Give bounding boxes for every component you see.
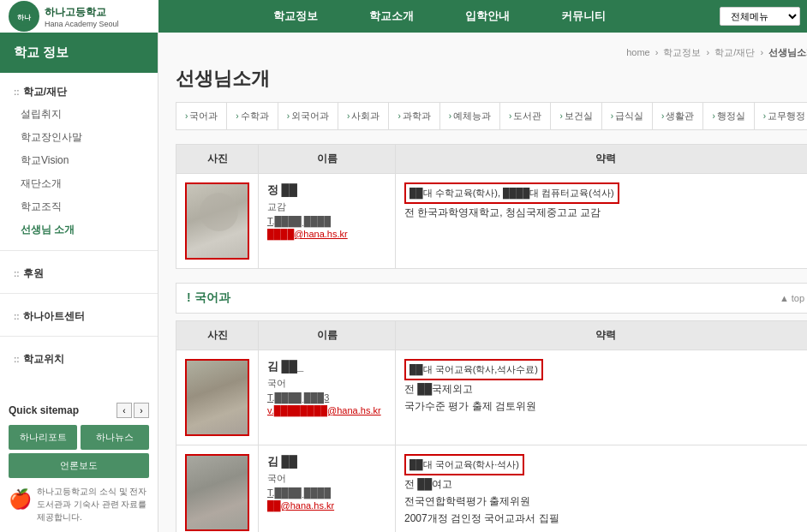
principal-spec-extra1: 전 한국과학영재학교, 청심국제중고교 교감 (404, 206, 601, 218)
breadcrumb-home[interactable]: home (626, 47, 650, 57)
sidebar-section-support-title[interactable]: 후원 (0, 260, 158, 284)
teacher2-photo (185, 454, 249, 531)
teacher1-tel: T.████ ███3 (267, 392, 386, 403)
subnav-foreign[interactable]: › 외국어과 (278, 103, 338, 129)
teacher2-name: 김 ██ (267, 454, 386, 469)
ktable-header-photo: 사진 (176, 321, 259, 350)
teacher1-photo-cell (176, 350, 259, 445)
principal-spec: ██대 수학교육(학사), ████대 컴퓨터교육(석사) 전 한국과학영재학교… (404, 182, 806, 221)
table-header-spec: 약력 (396, 145, 808, 174)
ktable-header-spec: 약력 (396, 321, 808, 350)
subnav-library[interactable]: › 도서관 (500, 103, 551, 129)
hana-report-btn[interactable]: 하나리포트 (9, 425, 77, 450)
quick-sitemap-prev[interactable]: ‹ (117, 403, 132, 418)
subnav-korean[interactable]: › 국어과 (176, 103, 227, 129)
subnav-arts[interactable]: › 예체능과 (440, 103, 500, 129)
teacher2-name-cell: 김 ██ 국어 T.████ ████ ██@hana.hs.kr (259, 445, 396, 533)
subnav-science[interactable]: › 과학과 (389, 103, 439, 129)
korean-section-top[interactable]: ▲ top (780, 293, 804, 303)
sidebar: 학교 정보 학교/재단 설립취지 학교장인사말 학교Vision 재단소개 학교… (0, 33, 158, 532)
sub-navigation: › 국어과 › 수학과 › 외국어과 › 사회과 › 과학과 › 예체능과 › … (176, 102, 807, 130)
site-logo[interactable]: 하나 하나고등학교 Hana Academy Seoul (0, 0, 158, 33)
quick-sitemap-desc: 🍎 하나고등학교의 소식 및 전자도서관과 기숙사 관련 자료를 제공합니다. (9, 485, 149, 523)
quick-sitemap-next[interactable]: › (134, 403, 149, 418)
principal-row: 정 ██ 교감 T.████ ████ ████@hana.hs.kr ██대 … (176, 174, 808, 269)
breadcrumb-current: 선생님소개 (768, 47, 807, 57)
sidebar-section-location-title[interactable]: 학교위치 (0, 345, 158, 370)
sidebar-section-school: 학교/재단 설립취지 학교장인사말 학교Vision 재단소개 학교조직 선생님… (0, 73, 158, 247)
principal-photo (185, 182, 249, 260)
quick-sitemap-buttons: 하나리포트 하나뉴스 (9, 425, 149, 450)
teacher1-spec-cell: ██대 국어교육(학사,석사수료) 전 ██국제외고 국가수준 평가 출제 검토… (396, 350, 808, 445)
principal-photo-cell (176, 174, 259, 269)
quick-sitemap-title: Quick sitemap ‹ › (9, 403, 149, 418)
teacher2-spec-cell: ██대 국어교육(학사·석사) 전 ██여고 전국연합학력평가 출제위원 200… (396, 445, 808, 533)
teacher1-photo (185, 359, 249, 436)
sidebar-section-art: 하나아트센터 (0, 297, 158, 332)
teacher1-spec-extra1: 전 ██국제외고 (404, 383, 473, 395)
principal-spec-highlight: ██대 수학교육(학사), ████대 컴퓨터교육(석사) (404, 182, 619, 204)
principal-name-cell: 정 ██ 교감 T.████ ████ ████@hana.hs.kr (259, 174, 396, 269)
breadcrumb-sep1: › (655, 47, 659, 57)
korean-section-header: ! 국어과 ▲ top (176, 283, 807, 314)
teacher1-subject: 국어 (267, 377, 386, 390)
table-row: 김 ██_ 국어 T.████ ███3 v.████████@hana.hs.… (176, 350, 808, 445)
sidebar-item-principal-msg[interactable]: 학교장인사말 (0, 126, 158, 149)
korean-teachers-table: 사진 이름 약력 김 ██_ 국어 T.████ ███3 v.████████… (176, 320, 807, 532)
logo-icon: 하나 (9, 1, 39, 32)
breadcrumb-school-info[interactable]: 학교정보 (663, 47, 701, 57)
principal-table: 사진 이름 약력 정 ██ 교감 T.████ ████ ████@hana.h… (176, 144, 807, 269)
subnav-dormitory[interactable]: › 생활관 (653, 103, 703, 129)
press-btn[interactable]: 언론보도 (9, 453, 149, 478)
sidebar-item-teachers[interactable]: 선생님 소개 (0, 218, 158, 242)
top-nav-menu: 학교정보 학교소개 입학안내 커뮤니티 (158, 9, 720, 24)
teacher2-spec-extra3: 2007개정 검인정 국어교과서 집필 (404, 512, 559, 524)
nav-school-info[interactable]: 학교정보 (273, 9, 318, 24)
sidebar-item-foundation[interactable]: 재단소개 (0, 172, 158, 195)
sidebar-item-vision[interactable]: 학교Vision (0, 149, 158, 172)
nav-community[interactable]: 커뮤니티 (561, 9, 606, 24)
korean-section-title: ! 국어과 (187, 290, 230, 306)
sidebar-section-art-title[interactable]: 하나아트센터 (0, 302, 158, 327)
teacher1-spec: ██대 국어교육(학사,석사수료) 전 ██국제외고 국가수준 평가 출제 검토… (404, 359, 806, 415)
sidebar-section-location: 학교위치 (0, 340, 158, 375)
sidebar-item-establish[interactable]: 설립취지 (0, 103, 158, 126)
teacher2-spec-extra2: 전국연합학력평가 출제위원 (404, 495, 530, 507)
teacher2-subject: 국어 (267, 472, 386, 485)
teacher1-name: 김 ██_ (267, 359, 386, 374)
apple-icon: 🍎 (9, 485, 32, 513)
teacher2-photo-cell (176, 445, 259, 533)
teacher2-spec: ██대 국어교육(학사·석사) 전 ██여고 전국연합학력평가 출제위원 200… (404, 454, 806, 528)
teacher2-email: ██@hana.hs.kr (267, 500, 386, 511)
nav-admission[interactable]: 입학안내 (465, 9, 510, 24)
breadcrumb-school-foundation[interactable]: 학교/재단 (714, 47, 755, 57)
subnav-cafeteria[interactable]: › 급식실 (602, 103, 653, 129)
teacher2-tel: T.████ ████ (267, 487, 386, 498)
logo-text: 하나고등학교 Hana Academy Seoul (45, 5, 119, 28)
subnav-academic[interactable]: › 교무행정 (755, 103, 807, 129)
hana-news-btn[interactable]: 하나뉴스 (81, 425, 149, 450)
teacher1-name-cell: 김 ██_ 국어 T.████ ███3 v.████████@hana.hs.… (259, 350, 396, 445)
main-layout: 학교 정보 학교/재단 설립취지 학교장인사말 학교Vision 재단소개 학교… (0, 33, 807, 532)
sidebar-item-org[interactable]: 학교조직 (0, 195, 158, 218)
ktable-header-name: 이름 (259, 321, 396, 350)
principal-spec-cell: ██대 수학교육(학사), ████대 컴퓨터교육(석사) 전 한국과학영재학교… (396, 174, 808, 269)
subnav-math[interactable]: › 수학과 (227, 103, 278, 129)
nav-school-intro[interactable]: 학교소개 (369, 9, 414, 24)
table-header-photo: 사진 (176, 145, 259, 174)
svg-text:하나: 하나 (17, 14, 32, 21)
top-navigation: 하나 하나고등학교 Hana Academy Seoul 학교정보 학교소개 입… (0, 0, 807, 33)
principal-name: 정 ██ (267, 182, 386, 198)
page-title: 선생님소개 (176, 66, 807, 92)
principal-email: ████@hana.hs.kr (267, 229, 386, 239)
sidebar-section-school-title[interactable]: 학교/재단 (0, 78, 158, 103)
teacher2-spec-highlight: ██대 국어교육(학사·석사) (404, 454, 524, 475)
subnav-health[interactable]: › 보건실 (551, 103, 601, 129)
subnav-social[interactable]: › 사회과 (338, 103, 389, 129)
principal-tel: T.████ ████ (267, 216, 386, 226)
teacher1-spec-extra2: 국가수준 평가 출제 검토위원 (404, 400, 536, 412)
all-menu-select[interactable]: 전체메뉴 (720, 7, 800, 26)
subnav-admin[interactable]: › 행정실 (703, 103, 754, 129)
quick-sitemap: Quick sitemap ‹ › 하나리포트 하나뉴스 언론보도 🍎 하나고등… (0, 392, 158, 530)
teacher2-spec-extra1: 전 ██여고 (404, 478, 452, 490)
